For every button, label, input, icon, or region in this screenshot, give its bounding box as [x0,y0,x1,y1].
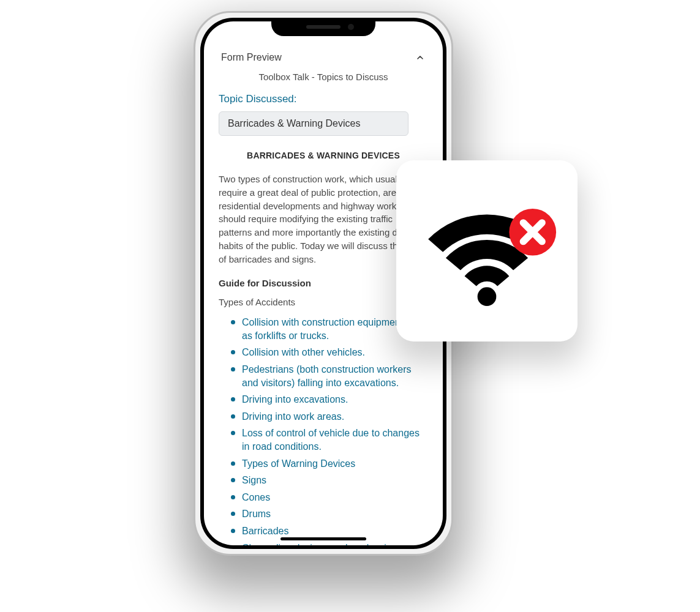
chevron-up-icon[interactable] [415,52,426,63]
offline-overlay-card [396,160,578,341]
phone-notch [271,18,375,36]
wifi-offline-icon [416,188,557,313]
list-item: Loss of control of vehicle due to change… [225,427,428,453]
svg-point-0 [478,287,497,306]
form-preview-header[interactable]: Form Preview [219,48,428,72]
list-item: Drums [225,507,428,521]
form-preview-title: Form Preview [221,52,282,63]
list-item: Barricades [225,524,428,538]
topic-select[interactable]: Barricades & Warning Devices [219,111,408,136]
section-title: BARRICADES & WARNING DEVICES [219,151,428,160]
bullet-list: Collision with construction equipment su… [219,316,428,545]
topic-discussed-label: Topic Discussed: [219,93,428,105]
list-item: Channeling devices such as barrier [225,542,428,545]
list-item: Driving into excavations. [225,393,428,406]
list-item: Cones [225,491,428,504]
topic-select-value: Barricades & Warning Devices [228,118,360,129]
list-item: Driving into work areas. [225,410,428,424]
list-item: Types of Warning Devices [225,457,428,471]
list-item: Collision with other vehicles. [225,346,428,359]
list-item: Signs [225,474,428,487]
home-indicator [280,537,366,540]
form-title: Toolbox Talk - Topics to Discuss [219,72,428,82]
list-item: Pedestrians (both construction workers a… [225,363,428,389]
